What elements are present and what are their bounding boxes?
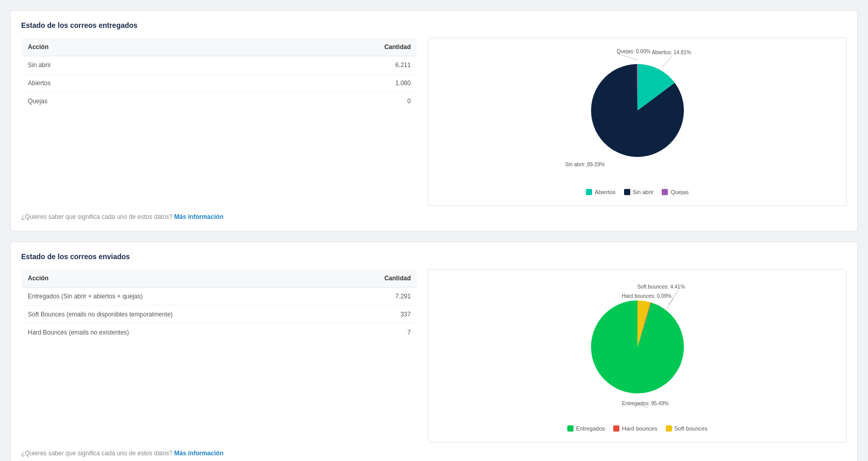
card1-inner: Acción Cantidad Sin abrir6.211Abiertos1.… — [21, 38, 847, 206]
legend-label-quejas: Quejas — [670, 189, 689, 195]
card2-chart-wrapper: Soft bounces: 4.41% Hard bounces: 0.09% … — [555, 280, 720, 419]
card2-more-info-link[interactable]: Más información — [174, 450, 223, 457]
card1-table-section: Acción Cantidad Sin abrir6.211Abiertos1.… — [21, 38, 417, 206]
legend-dot-hard-bounces — [613, 425, 619, 432]
legend-abiertos: Abiertos — [586, 189, 615, 195]
card1-chart-wrapper: Abiertos: 14.81% Quejas: 0.00% Sin abrir… — [565, 49, 710, 183]
legend-label-sin-abrir: Sin abrir — [633, 189, 654, 195]
legend-quejas: Quejas — [662, 189, 689, 195]
card1-more-info-link[interactable]: Más información — [174, 213, 223, 220]
legend-dot-abiertos — [586, 189, 592, 195]
card2-inner: Acción Cantidad Entregados (Sin abrir + … — [21, 269, 847, 442]
card1-col2-header: Cantidad — [210, 38, 417, 56]
card2-title: Estado de los correos enviados — [21, 252, 847, 261]
card1-pie-svg — [586, 59, 689, 162]
card1-col1-header: Acción — [22, 38, 210, 56]
card2-footer-text: ¿Quieres saber que significa cada uno de… — [21, 450, 173, 457]
card1-title: Estado de los correos entregados — [21, 21, 847, 29]
legend-hard-bounces: Hard bounces — [613, 425, 658, 432]
legend-label-abiertos: Abiertos — [595, 189, 615, 195]
card1-footer: ¿Quieres saber que significa cada uno de… — [21, 213, 847, 220]
legend-soft-bounces: Soft bounces — [666, 425, 708, 432]
table-row: Entregados (Sin abrir + abiertos + queja… — [22, 288, 417, 306]
card2-table: Acción Cantidad Entregados (Sin abrir + … — [21, 269, 417, 342]
table-row: Soft Bounces (emails no disponibles temp… — [22, 306, 417, 324]
label-abiertos: Abiertos: 14.81% — [652, 50, 691, 55]
table-row: Quejas0 — [22, 92, 417, 110]
row-label: Entregados (Sin abrir + abiertos + queja… — [22, 288, 339, 306]
table-row: Abiertos1.080 — [22, 74, 417, 92]
card2-chart-section: Soft bounces: 4.41% Hard bounces: 0.09% … — [428, 269, 847, 442]
card2-legend: Entregados Hard bounces Soft bounces — [567, 425, 708, 432]
row-value: 337 — [338, 306, 417, 324]
row-value: 6.211 — [210, 56, 417, 74]
card1-legend: Abiertos Sin abrir Quejas — [586, 189, 689, 195]
label-hard-bounces: Hard bounces: 0.09% — [622, 293, 672, 299]
card-enviados: Estado de los correos enviados Acción Ca… — [10, 242, 858, 461]
row-value: 1.080 — [210, 74, 417, 92]
legend-sin-abrir: Sin abrir — [624, 189, 654, 195]
card2-col1-header: Acción — [22, 269, 339, 288]
legend-label-soft-bounces: Soft bounces — [675, 425, 708, 432]
card1-chart-section: Abiertos: 14.81% Quejas: 0.00% Sin abrir… — [428, 38, 847, 206]
card1-footer-text: ¿Quieres saber que significa cada uno de… — [21, 213, 173, 220]
label-soft-bounces: Soft bounces: 4.41% — [637, 284, 685, 290]
card-entregados: Estado de los correos entregados Acción … — [10, 10, 858, 231]
card2-col2-header: Cantidad — [338, 269, 417, 288]
label-entregados: Entregados: 95.49% — [622, 401, 669, 406]
row-value: 7.291 — [338, 288, 417, 306]
legend-label-hard-bounces: Hard bounces — [622, 425, 658, 432]
legend-entregados: Entregados — [567, 425, 605, 432]
row-label: Abiertos — [22, 74, 210, 92]
row-label: Quejas — [22, 92, 210, 110]
legend-label-entregados: Entregados — [576, 425, 605, 432]
legend-dot-entregados — [567, 425, 574, 432]
table-row: Sin abrir6.211 — [22, 56, 417, 74]
card1-table: Acción Cantidad Sin abrir6.211Abiertos1.… — [21, 38, 417, 110]
row-label: Sin abrir — [22, 56, 210, 74]
legend-dot-quejas — [662, 189, 668, 195]
card2-pie-svg — [586, 295, 689, 399]
label-sin-abrir: Sin abrir: 85.19% — [565, 162, 605, 167]
legend-dot-sin-abrir — [624, 189, 630, 195]
card2-footer: ¿Quieres saber que significa cada uno de… — [21, 450, 847, 457]
label-quejas: Quejas: 0.00% — [617, 49, 651, 54]
row-label: Hard Bounces (emails no existentes) — [22, 324, 339, 342]
row-value: 7 — [338, 324, 417, 342]
row-value: 0 — [210, 92, 417, 110]
row-label: Soft Bounces (emails no disponibles temp… — [22, 306, 339, 324]
card2-table-section: Acción Cantidad Entregados (Sin abrir + … — [21, 269, 417, 442]
table-row: Hard Bounces (emails no existentes)7 — [22, 324, 417, 342]
legend-dot-soft-bounces — [666, 425, 672, 432]
